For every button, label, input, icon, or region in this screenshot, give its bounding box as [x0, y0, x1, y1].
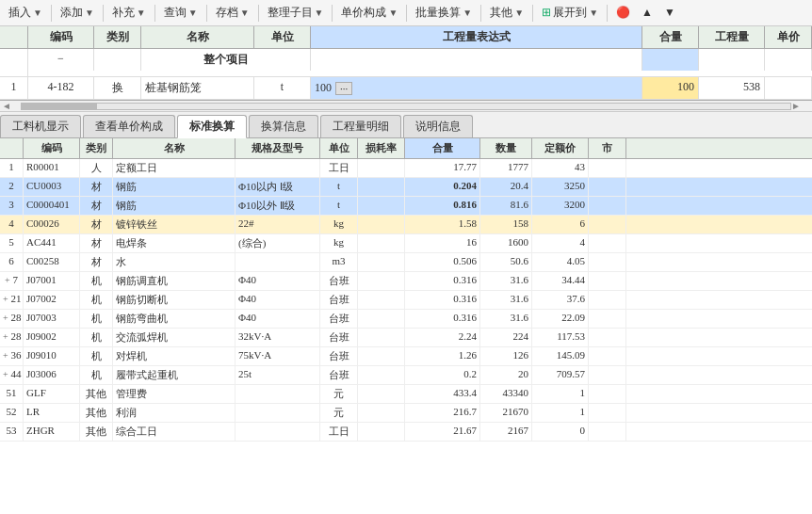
expand-btn[interactable]: + — [3, 369, 8, 379]
row-num: 2 — [0, 178, 24, 196]
archive-menu[interactable]: 存档 ▼ — [211, 3, 254, 23]
table-row[interactable]: 3 C0000401 材 钢筋 Φ10以外 Ⅱ级 t 0.816 81.6 32… — [0, 197, 812, 216]
col-code: 编码 — [28, 26, 94, 48]
b-col-qty: 合量 — [405, 138, 480, 158]
tab-calc-info[interactable]: 换算信息 — [249, 115, 318, 137]
down-btn[interactable]: ▼ — [659, 4, 680, 22]
table-row[interactable]: + 44 J03006 机 履带式起重机 25t 台班 0.2 20 709.5… — [0, 366, 812, 385]
sep8 — [480, 5, 481, 22]
scroll-left-btn[interactable]: ◄ — [2, 101, 21, 111]
row-qty-total: 0.2 — [405, 366, 480, 384]
b-col-name: 名称 — [113, 138, 235, 158]
row1-type: 换 — [94, 77, 141, 99]
unit-price-menu[interactable]: 单价构成 ▼ — [336, 3, 402, 23]
row-price: 3250 — [532, 178, 589, 196]
row-qty-total: 216.7 — [405, 404, 480, 422]
tab-std-calc[interactable]: 标准换算 — [177, 115, 247, 138]
b-col-loss: 损耗率 — [358, 138, 405, 158]
table-row[interactable]: + 28 J07003 机 钢筋弯曲机 Φ40 台班 0.316 31.6 22… — [0, 310, 812, 329]
other-menu[interactable]: 其他 ▼ — [485, 3, 528, 23]
add-menu[interactable]: 添加 ▼ — [56, 3, 99, 23]
h-scrollbar-thumb[interactable] — [22, 104, 97, 109]
row-price: 1 — [532, 404, 589, 422]
supplement-label: 补充 — [112, 5, 135, 21]
row-name: 定额工日 — [113, 159, 235, 177]
table-row[interactable]: 1 R00001 人 定额工日 工日 17.77 1777 43 — [0, 159, 812, 178]
table-row[interactable]: 4 C00026 材 镀锌铁丝 22# kg 1.58 158 6 — [0, 216, 812, 234]
row-qty-total: 0.204 — [405, 178, 480, 196]
row-unit: t — [320, 178, 358, 196]
expand-btn[interactable]: + — [5, 275, 10, 285]
row-qty-total: 1.26 — [405, 347, 480, 365]
row-price: 0 — [532, 423, 589, 441]
expand-menu[interactable]: ⊞ 展开到 ▼ — [537, 3, 603, 23]
row-code: AC441 — [24, 234, 80, 252]
col-expr: 工程量表达式 — [311, 26, 642, 48]
row-name: 利润 — [113, 404, 235, 422]
organize-menu[interactable]: 整理子目 ▼ — [263, 3, 329, 23]
tab-desc[interactable]: 说明信息 — [403, 115, 473, 137]
row-unit: 台班 — [320, 310, 358, 328]
row0-unit — [311, 49, 642, 71]
row-spec — [235, 253, 320, 271]
table-row[interactable]: 2 CU0003 材 钢筋 Φ10以内 Ⅰ级 t 0.204 20.4 3250 — [0, 178, 812, 197]
row-price: 34.44 — [532, 272, 589, 290]
row-code: C00258 — [24, 253, 80, 271]
row1-ellipsis-btn[interactable]: ··· — [335, 82, 352, 95]
tab-qty-detail[interactable]: 工程量明细 — [320, 115, 401, 137]
tab-material-machine[interactable]: 工料机显示 — [0, 115, 81, 137]
row-market — [589, 291, 626, 309]
table-row[interactable]: + 7 J07001 机 钢筋调直机 Φ40 台班 0.316 31.6 34.… — [0, 272, 812, 291]
row-spec: 32kV·A — [235, 329, 320, 346]
row-code: J09002 — [24, 329, 80, 346]
row-market — [589, 366, 626, 384]
table-row[interactable]: 6 C00258 材 水 m3 0.506 50.6 4.05 — [0, 253, 812, 272]
row1-code: 4-182 — [28, 77, 94, 99]
table-row[interactable]: 53 ZHGR 其他 综合工日 工日 21.67 2167 0 — [0, 423, 812, 442]
top-grid-row-1[interactable]: 1 4-182 换 桩基钢筋笼 t 100 ··· 100 538 — [0, 77, 812, 100]
query-menu[interactable]: 查询 ▼ — [159, 3, 203, 23]
row-unit: 元 — [320, 404, 358, 422]
unit-price-arrow: ▼ — [388, 8, 398, 18]
row0-amount — [765, 49, 812, 71]
row-price: 4 — [532, 234, 589, 252]
table-row[interactable]: 5 AC441 材 电焊条 (综合) kg 16 1600 4 — [0, 234, 812, 253]
row-unit: 工日 — [320, 423, 358, 441]
row1-name: 桩基钢筋笼 — [141, 77, 254, 99]
row-type: 其他 — [80, 404, 113, 422]
row-qty-total: 0.816 — [405, 197, 480, 215]
top-scrollbar[interactable]: ◄ ► — [0, 101, 812, 112]
row-loss — [358, 329, 405, 346]
up-btn[interactable]: ▲ — [637, 4, 658, 22]
row1-unit: t — [254, 77, 311, 99]
row-price: 22.09 — [532, 310, 589, 328]
row-loss — [358, 310, 405, 328]
row-code: ZHGR — [24, 423, 80, 441]
table-row[interactable]: + 21 J07002 机 钢筋切断机 Φ40 台班 0.316 31.6 37… — [0, 291, 812, 310]
row-type: 材 — [80, 197, 113, 215]
row-num: + 21 — [0, 291, 24, 309]
expand-btn[interactable]: + — [3, 313, 8, 323]
row-market — [589, 329, 626, 346]
row-name: 对焊机 — [113, 347, 235, 365]
tab-view-price[interactable]: 查看单价构成 — [83, 115, 175, 137]
expand-btn[interactable]: + — [3, 350, 8, 361]
row-amount: 20.4 — [480, 178, 532, 196]
table-row[interactable]: + 36 J09010 机 对焊机 75kV·A 台班 1.26 126 145… — [0, 347, 812, 366]
expand-label: 展开到 — [553, 5, 587, 21]
table-row[interactable]: 51 GLF 其他 管理费 元 433.4 43340 1 — [0, 385, 812, 404]
h-scrollbar-track[interactable] — [21, 103, 791, 110]
table-row[interactable]: + 28 J09002 机 交流弧焊机 32kV·A 台班 2.24 224 1… — [0, 329, 812, 347]
expand-btn[interactable]: + — [3, 294, 8, 304]
row-amount: 126 — [480, 347, 532, 365]
query-arrow: ▼ — [188, 8, 198, 18]
table-row[interactable]: 52 LR 其他 利润 元 216.7 21670 1 — [0, 404, 812, 423]
supplement-menu[interactable]: 补充 ▼ — [107, 3, 151, 23]
row1-expr: 100 ··· — [311, 77, 642, 99]
batch-calc-menu[interactable]: 批量换算 ▼ — [411, 3, 477, 23]
sort-icon-btn[interactable]: 🔴 — [611, 4, 635, 22]
scroll-right-btn[interactable]: ► — [791, 101, 810, 111]
insert-menu[interactable]: 插入 ▼ — [4, 3, 47, 23]
expand-btn[interactable]: + — [3, 331, 8, 342]
row-price: 117.53 — [532, 329, 589, 346]
